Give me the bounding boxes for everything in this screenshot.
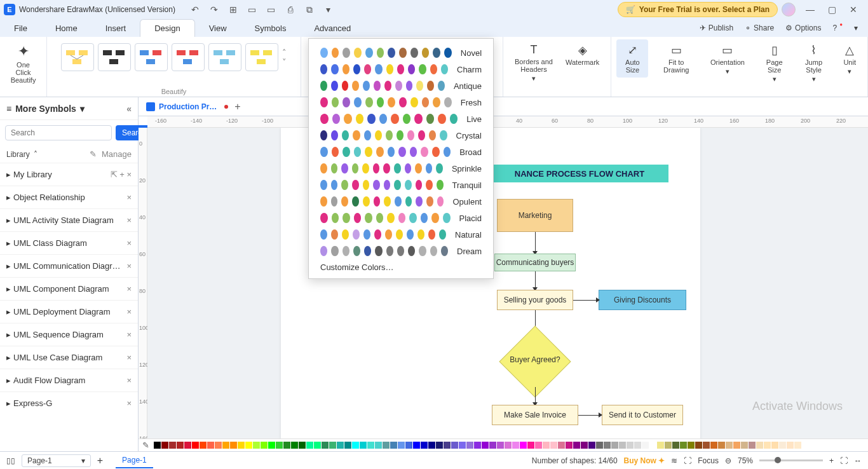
color-swatch[interactable]: [779, 442, 786, 449]
color-swatch[interactable]: [276, 442, 283, 449]
color-swatch[interactable]: [604, 442, 611, 449]
color-swatch[interactable]: [383, 442, 390, 449]
color-swatch[interactable]: [474, 442, 481, 449]
theme-preset-6[interactable]: [245, 43, 278, 71]
minimize-button[interactable]: —: [799, 1, 821, 18]
color-swatch[interactable]: [771, 442, 778, 449]
menu-symbols[interactable]: Symbols: [241, 19, 301, 37]
color-swatch[interactable]: [215, 442, 222, 449]
focus-mode[interactable]: Focus: [698, 456, 719, 465]
add-icon[interactable]: +: [119, 170, 125, 179]
zoom-level[interactable]: 75%: [738, 456, 753, 465]
color-swatch[interactable]: [405, 442, 412, 449]
color-swatch[interactable]: [520, 442, 527, 449]
color-swatch[interactable]: [749, 442, 756, 449]
undo-icon[interactable]: ↶: [188, 3, 202, 17]
color-swatch[interactable]: [657, 442, 664, 449]
color-swatch[interactable]: [329, 442, 336, 449]
theme-up-icon[interactable]: ˄: [282, 48, 287, 57]
color-swatch[interactable]: [672, 442, 679, 449]
color-swatch[interactable]: [413, 442, 420, 449]
collapse-icon[interactable]: «: [126, 104, 132, 114]
color-swatch[interactable]: [596, 442, 603, 449]
color-swatch[interactable]: [634, 442, 641, 449]
new-tab-button[interactable]: +: [234, 101, 240, 112]
options-button[interactable]: ⚙Options: [780, 24, 826, 32]
menu-insert[interactable]: Insert: [92, 19, 140, 37]
menu-advanced[interactable]: Advanced: [300, 19, 365, 37]
color-swatch[interactable]: [184, 442, 191, 449]
auto-size-button[interactable]: ⤢Auto Size: [616, 39, 648, 78]
jump-style-button[interactable]: ⌇Jump Style▾: [798, 39, 830, 87]
color-swatch[interactable]: [436, 442, 443, 449]
close-icon[interactable]: ×: [126, 398, 132, 408]
chevron-up-icon[interactable]: ˄: [34, 150, 37, 159]
fit-drawing-button[interactable]: ▭Fit to Drawing: [656, 39, 696, 78]
color-swatch[interactable]: [482, 442, 489, 449]
close-icon[interactable]: ×: [126, 193, 132, 202]
color-swatch[interactable]: [527, 442, 534, 449]
color-swatch[interactable]: [192, 442, 199, 449]
add-page-button[interactable]: +: [97, 455, 103, 466]
color-swatch[interactable]: [421, 442, 428, 449]
palette-row-placid[interactable]: Placid: [320, 213, 482, 223]
edit-icon[interactable]: ✎: [90, 149, 97, 159]
selling-box[interactable]: Selling your goods: [497, 290, 573, 310]
color-swatch[interactable]: [200, 442, 207, 449]
color-swatch[interactable]: [627, 442, 634, 449]
import-icon[interactable]: ⇱: [111, 170, 118, 179]
close-icon[interactable]: ×: [126, 330, 132, 339]
color-swatch[interactable]: [222, 442, 229, 449]
document-tab[interactable]: Production Pr…: [146, 102, 228, 111]
open-icon[interactable]: ▭: [245, 3, 259, 17]
palette-row-fresh[interactable]: Fresh: [320, 97, 482, 107]
save-icon[interactable]: ▭: [264, 3, 278, 17]
color-swatch[interactable]: [344, 442, 351, 449]
color-swatch[interactable]: [649, 442, 656, 449]
color-swatch[interactable]: [794, 442, 801, 449]
close-icon[interactable]: ×: [126, 215, 132, 225]
color-swatch[interactable]: [680, 442, 687, 449]
close-icon[interactable]: ×: [126, 238, 132, 248]
color-swatch[interactable]: [764, 442, 771, 449]
trial-banner[interactable]: 🛒 Your Free Trial is over. Select a Plan: [618, 2, 778, 17]
theme-preset-3[interactable]: [135, 43, 168, 71]
category-item[interactable]: ▸ UML Deployment Diagram×: [0, 300, 138, 323]
user-avatar[interactable]: [782, 3, 796, 17]
color-swatch[interactable]: [466, 442, 473, 449]
share-button[interactable]: ⚬Share: [740, 24, 779, 32]
layout-icon[interactable]: ▯▯: [6, 456, 15, 465]
palette-row-sprinkle[interactable]: Sprinkle: [320, 163, 482, 173]
print-icon[interactable]: ⎙: [283, 3, 297, 17]
close-icon[interactable]: ×: [126, 353, 132, 362]
my-library-item[interactable]: ▸ My Library ⇱ + ×: [0, 163, 138, 186]
zoom-in-icon[interactable]: +: [829, 456, 834, 465]
color-swatch[interactable]: [261, 442, 268, 449]
new-icon[interactable]: ⊞: [226, 3, 240, 17]
theme-preset-4[interactable]: [172, 43, 205, 71]
color-swatch[interactable]: [451, 442, 458, 449]
ribbon-more-icon[interactable]: ▾: [849, 24, 863, 32]
color-swatch[interactable]: [268, 442, 275, 449]
category-item[interactable]: ▸ Express-G×: [0, 391, 138, 414]
color-swatch[interactable]: [588, 442, 595, 449]
send-customer-box[interactable]: Send it to Customer: [602, 405, 683, 425]
category-item[interactable]: ▸ UML Component Diagram×: [0, 277, 138, 300]
notification-icon[interactable]: ?●: [827, 24, 848, 32]
theme-preset-1[interactable]: [61, 43, 94, 71]
copy-icon[interactable]: ⧉: [302, 3, 316, 17]
theme-down-icon[interactable]: ˅: [282, 57, 287, 67]
menu-file[interactable]: File: [0, 19, 41, 37]
color-swatch[interactable]: [611, 442, 618, 449]
close-icon[interactable]: ×: [126, 284, 132, 294]
color-swatch[interactable]: [375, 442, 382, 449]
theme-preset-2[interactable]: [98, 43, 131, 71]
close-icon[interactable]: ×: [126, 261, 132, 271]
color-swatch[interactable]: [497, 442, 504, 449]
color-swatch[interactable]: [314, 442, 321, 449]
close-icon[interactable]: ×: [126, 307, 132, 316]
color-swatch[interactable]: [733, 442, 740, 449]
color-swatch[interactable]: [741, 442, 748, 449]
palette-row-broad[interactable]: Broad: [320, 147, 482, 157]
page-tab[interactable]: Page-1: [116, 453, 153, 468]
